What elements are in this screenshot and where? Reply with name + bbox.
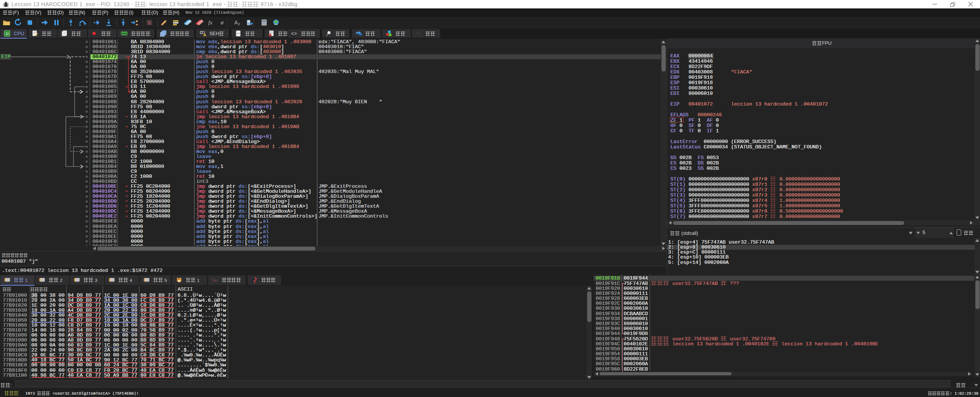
svg-text:fx: fx [208, 20, 212, 26]
svg-text:<>: <> [237, 32, 240, 35]
svg-text:A: A [234, 20, 238, 26]
svg-text:#: # [220, 20, 224, 26]
svg-text:z: z [238, 22, 240, 26]
svg-text:<>: <> [291, 31, 297, 37]
svg-text:S: S [148, 20, 150, 26]
svg-text:[x=]: [x=] [212, 279, 219, 283]
svg-text:32: 32 [5, 32, 9, 36]
svg-text:!: ! [204, 34, 205, 36]
